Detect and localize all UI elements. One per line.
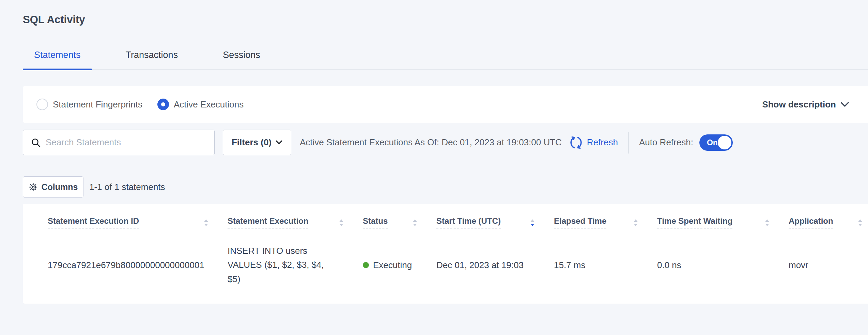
cell-start-time: Dec 01, 2023 at 19:03	[436, 260, 554, 271]
cell-application: movr	[789, 260, 868, 271]
table-row[interactable]: 179cca7921e679b80000000000000001 INSERT …	[23, 242, 868, 288]
auto-refresh-toggle[interactable]: On	[699, 134, 733, 151]
column-label[interactable]: Elapsed Time	[554, 216, 606, 229]
column-label[interactable]: Status	[363, 216, 388, 229]
sort-icon[interactable]	[412, 218, 418, 227]
cell-statement[interactable]: INSERT INTO users VALUES ($1, $2, $3, $4…	[228, 244, 347, 287]
status-text: Executing	[373, 260, 412, 271]
status-dot-icon	[363, 262, 369, 268]
column-label[interactable]: Time Spent Waiting	[657, 216, 732, 229]
radio-circle-icon[interactable]	[36, 99, 48, 110]
search-box	[23, 130, 215, 155]
table-controls-row: Columns 1-1 of 1 statements	[23, 176, 868, 198]
column-label[interactable]: Application	[789, 216, 833, 229]
toggle-knob[interactable]	[718, 136, 731, 149]
column-label[interactable]: Start Time (UTC)	[436, 216, 501, 229]
view-mode-panel: Statement Fingerprints Active Executions…	[23, 86, 868, 123]
search-input[interactable]	[46, 130, 214, 155]
column-label[interactable]: Statement Execution	[228, 216, 308, 229]
sort-icon[interactable]	[764, 218, 770, 227]
tab-transactions[interactable]: Transactions	[114, 42, 189, 69]
sql-activity-page: SQL Activity Statements Transactions Ses…	[0, 13, 868, 335]
controls-row: Filters (0) Active Statement Executions …	[23, 130, 868, 155]
as-of-text: Active Statement Executions As Of: Dec 0…	[300, 137, 562, 148]
show-description-button[interactable]: Show description	[762, 99, 849, 110]
chevron-down-icon	[276, 140, 282, 145]
tab-bar: Statements Transactions Sessions	[23, 42, 868, 70]
row-divider	[37, 288, 868, 288]
auto-refresh-label: Auto Refresh:	[639, 137, 693, 148]
column-header-time-spent-waiting: Time Spent Waiting	[657, 216, 789, 229]
refresh-label: Refresh	[587, 137, 618, 148]
column-header-application: Application	[789, 216, 868, 229]
chevron-down-icon	[841, 102, 849, 107]
sort-icon[interactable]	[530, 218, 535, 227]
statements-table: Statement Execution ID Statement Executi…	[23, 204, 868, 304]
column-header-elapsed-time: Elapsed Time	[554, 216, 657, 229]
show-description-label: Show description	[762, 99, 836, 110]
filters-button[interactable]: Filters (0)	[223, 130, 291, 155]
refresh-button[interactable]: Refresh	[569, 135, 618, 150]
sort-icon[interactable]	[203, 218, 209, 227]
cell-elapsed-time: 15.7 ms	[554, 260, 657, 271]
vertical-divider	[628, 132, 629, 154]
radio-label: Active Executions	[174, 99, 244, 110]
column-label[interactable]: Statement Execution ID	[48, 216, 139, 229]
radio-circle-icon[interactable]	[157, 99, 169, 110]
sort-icon[interactable]	[857, 218, 863, 227]
cell-status: Executing	[363, 260, 436, 271]
tab-sessions[interactable]: Sessions	[212, 42, 272, 69]
result-count: 1-1 of 1 statements	[89, 182, 165, 192]
page-title: SQL Activity	[23, 13, 868, 27]
search-icon	[31, 137, 41, 148]
gear-icon	[29, 183, 38, 192]
column-header-statement-execution-id: Statement Execution ID	[48, 216, 228, 229]
refresh-icon	[569, 135, 584, 150]
column-header-statement-execution: Statement Execution	[228, 216, 363, 229]
tab-statements[interactable]: Statements	[23, 42, 92, 69]
column-header-status: Status	[363, 216, 436, 229]
sort-icon[interactable]	[339, 218, 344, 227]
columns-button[interactable]: Columns	[23, 176, 83, 198]
toggle-state-label: On	[707, 138, 718, 147]
column-header-start-time: Start Time (UTC)	[436, 216, 554, 229]
filters-label: Filters (0)	[232, 137, 272, 148]
sort-icon[interactable]	[633, 218, 638, 227]
radio-active-executions[interactable]: Active Executions	[157, 99, 244, 110]
radio-label: Statement Fingerprints	[53, 99, 142, 110]
table-header-row: Statement Execution ID Statement Executi…	[23, 204, 868, 242]
columns-label: Columns	[42, 182, 78, 192]
cell-time-spent-waiting: 0.0 ns	[657, 260, 789, 271]
radio-statement-fingerprints[interactable]: Statement Fingerprints	[36, 99, 142, 110]
cell-execution-id: 179cca7921e679b80000000000000001	[48, 260, 228, 271]
